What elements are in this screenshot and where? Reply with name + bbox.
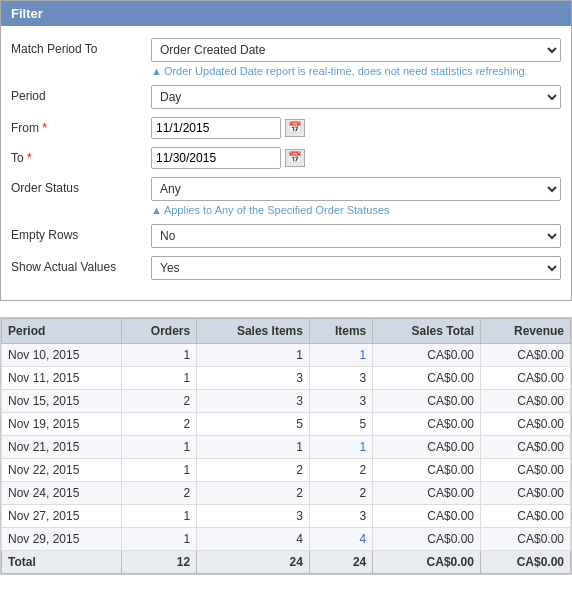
cell-sales-items: 3	[197, 367, 310, 390]
footer-orders: 12	[122, 551, 197, 574]
cell-sales-total: CA$0.00	[373, 528, 481, 551]
cell-items: 3	[309, 390, 372, 413]
col-sales-items: Sales Items	[197, 319, 310, 344]
table-row: Nov 27, 2015 1 3 3 CA$0.00 CA$0.00	[2, 505, 571, 528]
cell-orders: 2	[122, 413, 197, 436]
cell-items[interactable]: 1	[309, 344, 372, 367]
cell-revenue: CA$0.00	[480, 344, 570, 367]
empty-rows-control: No Yes	[151, 224, 561, 248]
cell-revenue: CA$0.00	[480, 390, 570, 413]
from-calendar-icon[interactable]	[285, 119, 305, 137]
cell-period: Nov 15, 2015	[2, 390, 122, 413]
cell-period: Nov 22, 2015	[2, 459, 122, 482]
filter-title: Filter	[11, 6, 43, 21]
cell-revenue: CA$0.00	[480, 459, 570, 482]
cell-items: 3	[309, 367, 372, 390]
match-period-row: Match Period To Order Created Date Order…	[11, 38, 561, 77]
empty-rows-row: Empty Rows No Yes	[11, 224, 561, 248]
cell-period: Nov 21, 2015	[2, 436, 122, 459]
match-period-label: Match Period To	[11, 38, 151, 56]
table-row: Nov 11, 2015 1 3 3 CA$0.00 CA$0.00	[2, 367, 571, 390]
to-date-input[interactable]	[151, 147, 281, 169]
table-body: Nov 10, 2015 1 1 1 CA$0.00 CA$0.00 Nov 1…	[2, 344, 571, 551]
show-actual-row: Show Actual Values Yes No	[11, 256, 561, 280]
to-control	[151, 147, 561, 169]
cell-items: 2	[309, 459, 372, 482]
empty-rows-select[interactable]: No Yes	[151, 224, 561, 248]
cell-items: 3	[309, 505, 372, 528]
cell-sales-items: 1	[197, 344, 310, 367]
cell-sales-items: 4	[197, 528, 310, 551]
filter-body: Match Period To Order Created Date Order…	[1, 26, 571, 300]
from-date-input[interactable]	[151, 117, 281, 139]
order-status-label: Order Status	[11, 177, 151, 195]
cell-sales-items: 2	[197, 459, 310, 482]
cell-sales-total: CA$0.00	[373, 344, 481, 367]
table-row: Nov 10, 2015 1 1 1 CA$0.00 CA$0.00	[2, 344, 571, 367]
col-period: Period	[2, 319, 122, 344]
cell-sales-total: CA$0.00	[373, 390, 481, 413]
cell-sales-total: CA$0.00	[373, 413, 481, 436]
col-items: Items	[309, 319, 372, 344]
cell-period: Nov 27, 2015	[2, 505, 122, 528]
cell-orders: 1	[122, 459, 197, 482]
order-status-select[interactable]: Any Pending Processing Complete Cancelle…	[151, 177, 561, 201]
cell-items[interactable]: 4	[309, 528, 372, 551]
from-row: From *	[11, 117, 561, 139]
footer-label: Total	[2, 551, 122, 574]
to-label: To *	[11, 147, 151, 165]
period-row: Period Day Week Month Year	[11, 85, 561, 109]
cell-sales-items: 3	[197, 390, 310, 413]
col-revenue: Revenue	[480, 319, 570, 344]
cell-period: Nov 24, 2015	[2, 482, 122, 505]
match-period-control: Order Created Date Order Updated Date ▲O…	[151, 38, 561, 77]
period-control: Day Week Month Year	[151, 85, 561, 109]
cell-revenue: CA$0.00	[480, 413, 570, 436]
col-sales-total: Sales Total	[373, 319, 481, 344]
order-status-row: Order Status Any Pending Processing Comp…	[11, 177, 561, 216]
cell-revenue: CA$0.00	[480, 367, 570, 390]
cell-period: Nov 11, 2015	[2, 367, 122, 390]
cell-orders: 1	[122, 505, 197, 528]
from-control	[151, 117, 561, 139]
cell-orders: 2	[122, 390, 197, 413]
footer-revenue: CA$0.00	[480, 551, 570, 574]
footer-sales-items: 24	[197, 551, 310, 574]
cell-items: 5	[309, 413, 372, 436]
cell-revenue: CA$0.00	[480, 505, 570, 528]
table-footer-row: Total 12 24 24 CA$0.00 CA$0.00	[2, 551, 571, 574]
cell-sales-total: CA$0.00	[373, 367, 481, 390]
period-label: Period	[11, 85, 151, 103]
cell-revenue: CA$0.00	[480, 528, 570, 551]
hint-triangle-icon: ▲	[151, 65, 162, 77]
cell-items: 2	[309, 482, 372, 505]
cell-sales-items: 5	[197, 413, 310, 436]
show-actual-select[interactable]: Yes No	[151, 256, 561, 280]
table-row: Nov 15, 2015 2 3 3 CA$0.00 CA$0.00	[2, 390, 571, 413]
table-row: Nov 21, 2015 1 1 1 CA$0.00 CA$0.00	[2, 436, 571, 459]
cell-orders: 1	[122, 367, 197, 390]
from-label: From *	[11, 117, 151, 135]
col-orders: Orders	[122, 319, 197, 344]
cell-sales-items: 1	[197, 436, 310, 459]
footer-items: 24	[309, 551, 372, 574]
cell-sales-total: CA$0.00	[373, 436, 481, 459]
to-required: *	[27, 151, 32, 165]
data-table-section: Period Orders Sales Items Items Sales To…	[0, 317, 572, 575]
show-actual-label: Show Actual Values	[11, 256, 151, 274]
order-status-hint: ▲Applies to Any of the Specified Order S…	[151, 204, 561, 216]
cell-orders: 1	[122, 344, 197, 367]
table-row: Nov 22, 2015 1 2 2 CA$0.00 CA$0.00	[2, 459, 571, 482]
cell-sales-total: CA$0.00	[373, 505, 481, 528]
to-calendar-icon[interactable]	[285, 149, 305, 167]
cell-sales-total: CA$0.00	[373, 482, 481, 505]
cell-items[interactable]: 1	[309, 436, 372, 459]
period-select[interactable]: Day Week Month Year	[151, 85, 561, 109]
cell-revenue: CA$0.00	[480, 436, 570, 459]
cell-orders: 1	[122, 528, 197, 551]
table-row: Nov 29, 2015 1 4 4 CA$0.00 CA$0.00	[2, 528, 571, 551]
match-period-select[interactable]: Order Created Date Order Updated Date	[151, 38, 561, 62]
footer-sales-total: CA$0.00	[373, 551, 481, 574]
cell-period: Nov 10, 2015	[2, 344, 122, 367]
cell-period: Nov 29, 2015	[2, 528, 122, 551]
